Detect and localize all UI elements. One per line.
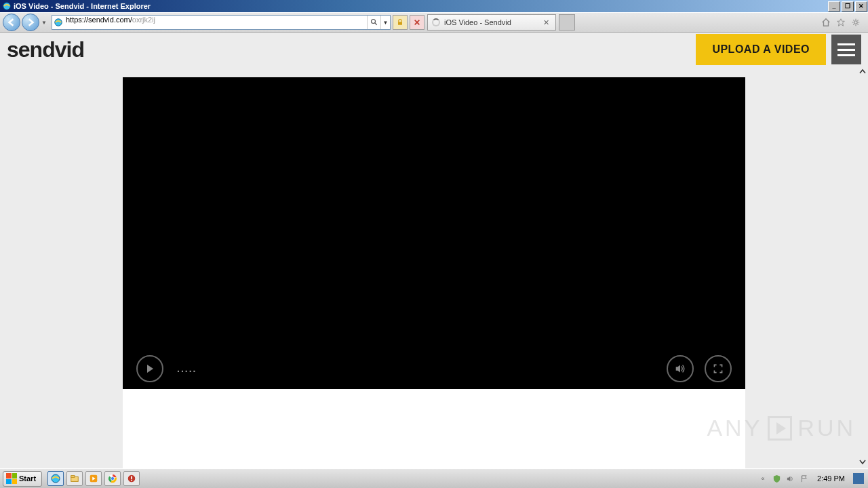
- taskbar-chrome-icon[interactable]: [104, 471, 121, 486]
- system-tray: « 2:49 PM: [757, 469, 868, 488]
- url-host: https://sendvid.com/: [66, 16, 132, 24]
- new-tab-button[interactable]: [559, 14, 575, 30]
- browser-toolbar: ▼ https://sendvid.com/oxrjk2ij ▼ iOS Vid…: [0, 12, 868, 33]
- taskbar-explorer-icon[interactable]: [66, 471, 83, 486]
- hamburger-icon: [837, 43, 855, 45]
- video-container: .....: [123, 77, 745, 468]
- ie-icon: [1, 1, 12, 12]
- home-icon[interactable]: [821, 17, 831, 28]
- taskbar-app-icon[interactable]: [123, 471, 140, 486]
- start-label: Start: [19, 474, 36, 483]
- site-icon: [52, 18, 64, 27]
- play-button[interactable]: [136, 355, 163, 382]
- search-icon[interactable]: [367, 16, 380, 29]
- window-titlebar: iOS Video - Sendvid - Internet Explorer …: [0, 0, 868, 12]
- page-content: sendvid UPLOAD A VIDEO .....: [0, 33, 868, 468]
- tray-volume-icon[interactable]: [785, 473, 795, 484]
- address-bar[interactable]: https://sendvid.com/oxrjk2ij ▼: [52, 15, 391, 30]
- svg-point-2: [371, 20, 375, 24]
- taskbar: Start « 2:49 PM: [0, 468, 868, 488]
- watermark-play-icon: [768, 416, 792, 441]
- minimize-button[interactable]: _: [828, 1, 840, 12]
- video-controls: .....: [123, 355, 745, 382]
- svg-rect-10: [71, 476, 75, 478]
- url-path: oxrjk2ij: [132, 16, 155, 24]
- taskbar-clock[interactable]: 2:49 PM: [813, 474, 849, 483]
- scroll-up-button[interactable]: [857, 66, 868, 77]
- tab-title: iOS Video - Sendvid: [444, 18, 541, 26]
- tab-close-button[interactable]: ✕: [541, 18, 551, 27]
- maximize-button[interactable]: ❐: [842, 1, 854, 12]
- video-player[interactable]: .....: [123, 77, 745, 389]
- start-button[interactable]: Start: [3, 471, 42, 487]
- forward-button[interactable]: [22, 14, 39, 31]
- window-title: iOS Video - Sendvid - Internet Explorer: [14, 2, 827, 10]
- site-header: sendvid UPLOAD A VIDEO: [0, 33, 868, 66]
- time-display: .....: [177, 363, 197, 374]
- taskbar-media-icon[interactable]: [85, 471, 102, 486]
- browser-tab[interactable]: iOS Video - Sendvid ✕: [427, 14, 556, 30]
- menu-button[interactable]: [831, 35, 861, 64]
- tray-expand-icon[interactable]: «: [757, 473, 768, 484]
- watermark-text-right: RUN: [797, 415, 856, 441]
- svg-point-7: [854, 21, 857, 24]
- video-info-area: [123, 389, 745, 468]
- url-input[interactable]: https://sendvid.com/oxrjk2ij: [64, 16, 367, 29]
- nav-history-dropdown[interactable]: ▼: [41, 16, 47, 29]
- svg-rect-15: [131, 476, 132, 479]
- svg-line-3: [374, 23, 376, 25]
- svg-rect-4: [398, 22, 402, 25]
- windows-logo-icon: [6, 473, 17, 484]
- tray-flag-icon[interactable]: [798, 473, 809, 484]
- tray-shield-icon[interactable]: [771, 473, 782, 484]
- address-dropdown[interactable]: ▼: [380, 16, 390, 29]
- upload-video-button[interactable]: UPLOAD A VIDEO: [696, 34, 826, 65]
- tools-gear-icon[interactable]: [850, 17, 861, 28]
- svg-rect-16: [131, 480, 132, 481]
- taskbar-ie-icon[interactable]: [47, 471, 64, 486]
- favorites-icon[interactable]: [835, 17, 846, 28]
- security-lock-icon[interactable]: [393, 15, 408, 30]
- show-desktop-button[interactable]: [853, 473, 864, 484]
- fullscreen-button[interactable]: [705, 355, 732, 382]
- svg-point-13: [111, 476, 114, 480]
- scroll-down-button[interactable]: [857, 456, 868, 467]
- volume-button[interactable]: [667, 355, 694, 382]
- stop-button[interactable]: [410, 15, 425, 30]
- site-logo[interactable]: sendvid: [7, 37, 84, 62]
- back-button[interactable]: [3, 14, 20, 31]
- loading-spinner-icon: [432, 18, 440, 26]
- close-window-button[interactable]: ✕: [855, 1, 867, 12]
